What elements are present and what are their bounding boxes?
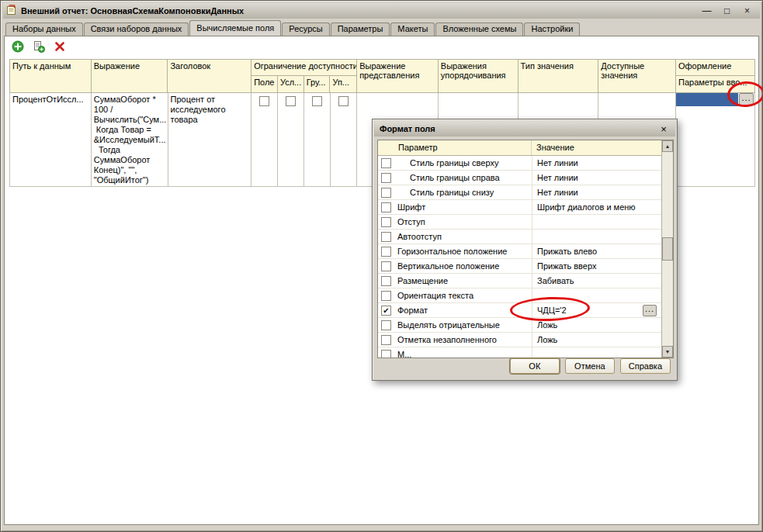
format-param-row-9[interactable]: Ориентация текста bbox=[378, 288, 661, 303]
app-icon bbox=[6, 5, 17, 17]
ok-button[interactable]: ОК bbox=[510, 358, 560, 374]
column-header-appearance-params[interactable]: Параметры вво... bbox=[676, 76, 754, 92]
delete-button[interactable] bbox=[53, 40, 67, 54]
tab-layouts[interactable]: Макеты bbox=[390, 22, 435, 36]
order-checkbox[interactable] bbox=[338, 96, 349, 106]
param-name: М... bbox=[391, 350, 532, 358]
cell-title[interactable]: Процент от исследуемого товара bbox=[168, 93, 252, 186]
scroll-down-icon[interactable]: ▼ bbox=[662, 346, 673, 358]
param-name: Вертикальное положение bbox=[391, 261, 532, 271]
param-checkbox[interactable] bbox=[381, 217, 391, 227]
scrollbar[interactable]: ▲ ▼ bbox=[661, 140, 673, 358]
params-rows: Стиль границы сверхуНет линииСтиль грани… bbox=[378, 156, 661, 358]
column-header-ordering[interactable]: Выражения упорядочивания bbox=[439, 60, 518, 92]
condition-checkbox[interactable] bbox=[286, 96, 296, 106]
cell-restriction-order[interactable] bbox=[331, 93, 357, 186]
scroll-thumb[interactable] bbox=[662, 237, 673, 261]
param-value[interactable] bbox=[532, 288, 661, 302]
param-value[interactable] bbox=[532, 215, 661, 229]
tab-nested-schemas[interactable]: Вложенные схемы bbox=[435, 22, 523, 36]
format-param-row-4[interactable]: Отступ bbox=[378, 215, 661, 230]
column-header-value-type[interactable]: Тип значения bbox=[518, 60, 599, 92]
column-header-title[interactable]: Заголовок bbox=[168, 60, 251, 92]
format-param-row-10[interactable]: ✔ФорматЧДЦ='2... bbox=[378, 303, 661, 318]
cell-restriction-condition[interactable] bbox=[278, 93, 304, 186]
tab-calculated-fields[interactable]: Вычисляемые поля bbox=[189, 20, 281, 36]
param-value[interactable]: Шрифт диалогов и меню bbox=[532, 200, 661, 214]
param-checkbox[interactable] bbox=[381, 335, 391, 345]
tab-settings[interactable]: Настройки bbox=[524, 22, 580, 36]
param-checkbox[interactable] bbox=[381, 350, 391, 358]
format-param-row-0[interactable]: Стиль границы сверхуНет линии bbox=[378, 156, 661, 171]
param-value[interactable] bbox=[532, 347, 661, 358]
format-param-row-5[interactable]: Автоотступ bbox=[378, 230, 661, 244]
format-param-row-12[interactable]: Отметка незаполненногоЛожь bbox=[378, 333, 661, 347]
column-header-group[interactable]: Гру... bbox=[304, 76, 331, 92]
param-value[interactable]: Прижать влево bbox=[532, 244, 661, 258]
dialog-close-button[interactable]: × bbox=[657, 123, 670, 135]
appearance-params-ellipsis-button[interactable]: ... bbox=[739, 93, 754, 105]
param-value[interactable]: Нет линии bbox=[532, 156, 661, 170]
group-checkbox[interactable] bbox=[312, 96, 322, 106]
format-param-row-11[interactable]: Выделять отрицательныеЛожь bbox=[378, 318, 661, 333]
maximize-button[interactable]: □ bbox=[720, 5, 734, 17]
tab-resources[interactable]: Ресурсы bbox=[282, 22, 329, 36]
tab-data-sets[interactable]: Наборы данных bbox=[5, 22, 83, 36]
cell-restriction-field[interactable] bbox=[251, 93, 278, 186]
param-checkbox[interactable] bbox=[381, 202, 391, 212]
scroll-up-icon[interactable]: ▲ bbox=[662, 140, 673, 152]
param-checkbox[interactable] bbox=[381, 188, 391, 198]
column-header-available-values[interactable]: Доступные значения bbox=[598, 60, 676, 92]
param-checkbox[interactable] bbox=[381, 173, 391, 183]
format-param-row-6[interactable]: Горизонтальное положениеПрижать влево bbox=[378, 244, 661, 259]
param-value[interactable]: ЧДЦ='2 bbox=[532, 303, 661, 317]
add-button[interactable] bbox=[11, 40, 25, 54]
param-checkbox[interactable] bbox=[381, 291, 391, 301]
help-button[interactable]: Справка bbox=[620, 358, 671, 374]
format-param-row-3[interactable]: ШрифтШрифт диалогов и меню bbox=[378, 200, 661, 215]
param-value[interactable]: Прижать вверх bbox=[532, 259, 661, 273]
param-value[interactable] bbox=[532, 230, 661, 244]
param-value[interactable]: Забивать bbox=[532, 274, 661, 288]
param-value[interactable]: Нет линии bbox=[532, 185, 661, 199]
field-checkbox[interactable] bbox=[259, 96, 269, 106]
cancel-button[interactable]: Отмена bbox=[565, 358, 615, 374]
column-header-order[interactable]: Уп... bbox=[330, 76, 356, 92]
cell-expression[interactable]: СуммаОборот * 100 / Вычислить("Сум... Ко… bbox=[92, 93, 168, 186]
param-checkbox[interactable] bbox=[381, 232, 391, 242]
format-param-row-2[interactable]: Стиль границы снизуНет линии bbox=[378, 185, 661, 200]
cell-restriction-group[interactable] bbox=[304, 93, 331, 186]
tab-data-set-links[interactable]: Связи наборов данных bbox=[84, 22, 189, 36]
format-param-row-1[interactable]: Стиль границы справаНет линии bbox=[378, 171, 661, 185]
param-checkbox[interactable] bbox=[381, 247, 391, 257]
param-value[interactable]: Нет линии bbox=[532, 171, 661, 185]
param-checkbox[interactable] bbox=[381, 158, 391, 168]
column-header-presentation[interactable]: Выражение представления bbox=[357, 60, 439, 92]
add-icon bbox=[12, 40, 24, 53]
column-header-field[interactable]: Поле bbox=[251, 76, 278, 92]
format-value-ellipsis-button[interactable]: ... bbox=[643, 305, 657, 316]
param-checkbox[interactable] bbox=[381, 261, 391, 271]
column-header-path[interactable]: Путь к данным bbox=[10, 60, 92, 92]
format-param-row-7[interactable]: Вертикальное положениеПрижать вверх bbox=[378, 259, 661, 274]
cell-appearance[interactable]: ... bbox=[676, 93, 754, 186]
param-name: Выделять отрицательные bbox=[391, 320, 532, 330]
param-value[interactable]: Ложь bbox=[532, 318, 661, 332]
column-header-expression[interactable]: Выражение bbox=[92, 60, 168, 92]
format-param-row-13[interactable]: М... bbox=[378, 347, 661, 358]
format-param-row-8[interactable]: РазмещениеЗабивать bbox=[378, 274, 661, 288]
tab-parameters[interactable]: Параметры bbox=[331, 22, 390, 36]
minimize-button[interactable]: — bbox=[700, 5, 713, 17]
param-checkbox[interactable] bbox=[381, 320, 391, 330]
param-name: Отступ bbox=[391, 217, 532, 226]
add-copy-button[interactable] bbox=[32, 40, 46, 54]
param-value[interactable]: Ложь bbox=[532, 333, 661, 347]
column-header-condition[interactable]: Усл... bbox=[278, 76, 304, 92]
close-button[interactable]: × bbox=[740, 5, 754, 17]
param-checkbox[interactable]: ✔ bbox=[381, 306, 391, 316]
param-checkbox[interactable] bbox=[381, 276, 391, 286]
column-header-restriction[interactable]: Ограничение доступности bbox=[251, 60, 356, 76]
column-header-appearance[interactable]: Оформление bbox=[676, 60, 754, 76]
app-window: Внешний отчет: ОсновнаяСхемаКомпоновкиДа… bbox=[0, 0, 763, 532]
cell-path[interactable]: ПроцентОтИссл... bbox=[10, 93, 92, 186]
